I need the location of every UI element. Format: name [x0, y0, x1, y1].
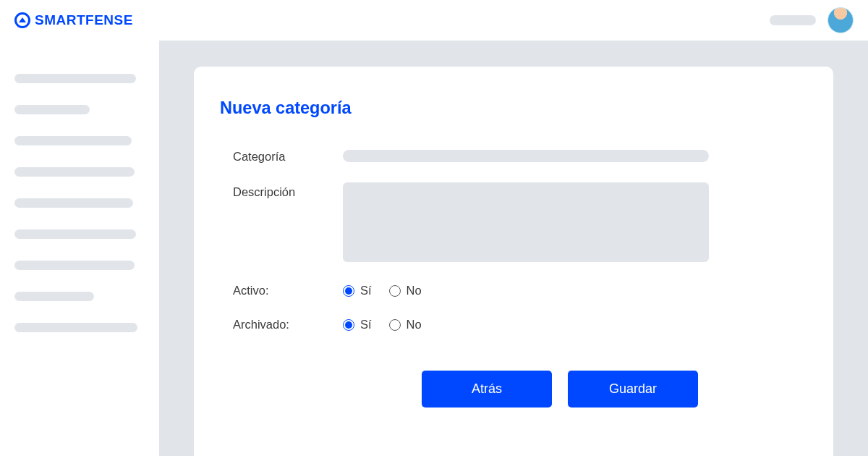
sidebar-item[interactable]	[14, 229, 136, 239]
sidebar-item[interactable]	[14, 167, 135, 177]
radio-icon	[389, 319, 401, 331]
avatar[interactable]	[827, 7, 854, 33]
activo-radio-group: Sí No	[343, 284, 422, 297]
descripcion-textarea[interactable]	[343, 182, 709, 262]
radio-icon	[343, 285, 354, 297]
logo-icon	[14, 12, 30, 28]
sidebar-item[interactable]	[14, 74, 136, 83]
form-card: Nueva categoría Categoría Descripción Ac…	[194, 67, 833, 456]
descripcion-label: Descripción	[233, 182, 343, 199]
category-form: Categoría Descripción Activo: Sí	[220, 147, 793, 408]
sidebar-item[interactable]	[14, 323, 137, 332]
layout: Nueva categoría Categoría Descripción Ac…	[0, 41, 868, 456]
radio-yes-text: Sí	[360, 284, 372, 297]
button-row: Atrás Guardar	[327, 371, 793, 408]
page-title: Nueva categoría	[220, 98, 793, 118]
archivado-label: Archivado:	[233, 318, 343, 332]
field-categoria: Categoría	[233, 147, 793, 164]
back-button[interactable]: Atrás	[422, 371, 552, 408]
categoria-label: Categoría	[233, 147, 343, 164]
field-archivado: Archivado: Sí No	[233, 318, 793, 332]
header-placeholder	[770, 15, 816, 25]
sidebar-item[interactable]	[14, 136, 132, 145]
main-content: Nueva categoría Categoría Descripción Ac…	[159, 41, 868, 456]
archivado-no-option[interactable]: No	[389, 318, 422, 332]
activo-no-option[interactable]: No	[389, 284, 422, 297]
archivado-radio-group: Sí No	[343, 318, 422, 332]
app-header: SMARTFENSE	[0, 0, 868, 41]
brand-logo[interactable]: SMARTFENSE	[14, 12, 133, 28]
activo-label: Activo:	[233, 284, 343, 297]
sidebar-item[interactable]	[14, 292, 94, 301]
radio-yes-text: Sí	[360, 318, 372, 332]
sidebar-item[interactable]	[14, 198, 133, 208]
save-button[interactable]: Guardar	[568, 371, 698, 408]
field-descripcion: Descripción	[233, 182, 793, 262]
brand-name: SMARTFENSE	[35, 12, 133, 28]
activo-yes-option[interactable]: Sí	[343, 284, 372, 297]
sidebar	[0, 41, 159, 456]
radio-icon	[389, 285, 401, 297]
header-right	[770, 7, 854, 33]
radio-icon	[343, 319, 354, 331]
radio-no-text: No	[407, 318, 422, 332]
radio-no-text: No	[407, 284, 422, 297]
field-activo: Activo: Sí No	[233, 284, 793, 297]
categoria-input[interactable]	[343, 150, 709, 162]
archivado-yes-option[interactable]: Sí	[343, 318, 372, 332]
sidebar-item[interactable]	[14, 105, 90, 114]
sidebar-item[interactable]	[14, 261, 135, 270]
